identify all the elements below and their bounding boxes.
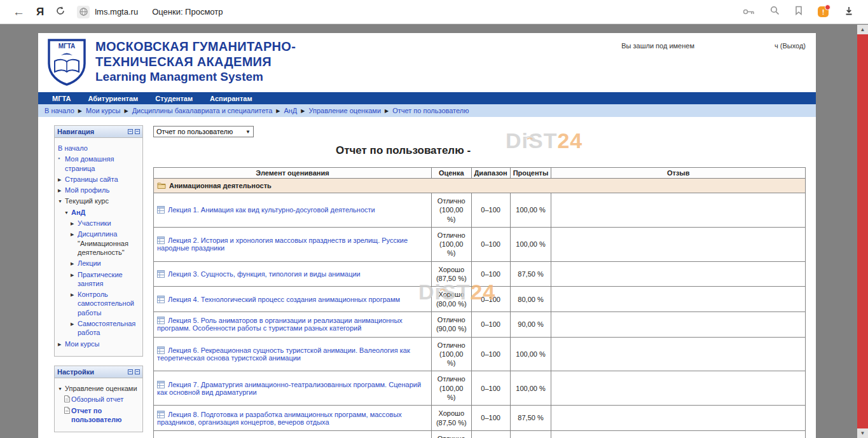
navigation-item[interactable]: ▶Страницы сайта	[58, 175, 141, 184]
grade-item-link[interactable]: Лекция 4. Технологический процесс создан…	[168, 296, 400, 303]
item-name-cell: Лекция 8. Подготовка и разработка анимац…	[154, 406, 432, 431]
academy-logo[interactable]: МГТА	[47, 38, 86, 89]
breadcrumb-separator-icon: ▶	[124, 108, 128, 114]
grade-item-row: Лекция 5. Роль аниматоров в организации …	[154, 311, 806, 337]
tree-collapsed-icon[interactable]: ▶	[71, 259, 78, 268]
grade-item-link[interactable]: Лекция 8. Подготовка и разработка анимац…	[157, 411, 402, 426]
tree-collapsed-icon[interactable]: ▶	[58, 339, 65, 348]
navigation-item[interactable]: ▶Лекции	[58, 259, 141, 268]
percent-cell: 100,00 %	[510, 227, 551, 261]
range-cell: 0–100	[471, 261, 510, 287]
item-name-cell: Лекция 3. Сущность, функция, типология и…	[154, 261, 432, 287]
grade-cell: Отлично(100,00 %)	[432, 193, 472, 228]
navigation-block-header: Навигация	[55, 126, 142, 138]
grade-item-link[interactable]: Лекция 6. Рекреационная сущность туристс…	[157, 346, 410, 362]
settings-item-label: Обзорный отчет	[71, 395, 141, 404]
scroll-up-button[interactable]: ▲	[857, 25, 868, 34]
feedback-cell	[551, 227, 806, 261]
breadcrumb-link[interactable]: Управление оценками	[308, 107, 381, 114]
top-nav-item[interactable]: МГТА	[52, 95, 71, 102]
settings-tree: ▼Управление оценкамиОбзорный отчетОтчет …	[55, 378, 142, 432]
breadcrumb-separator-icon: ▶	[385, 108, 389, 114]
item-name-cell: Лекция 5. Роль аниматоров в организации …	[154, 311, 432, 337]
settings-item[interactable]: Отчет по пользователю	[58, 406, 141, 425]
settings-item[interactable]: Обзорный отчет	[58, 395, 141, 404]
range-cell: 0–100	[471, 337, 510, 371]
grade-cell: Хорошо(80,00 %)	[432, 287, 472, 312]
scroll-down-button[interactable]: ▼	[857, 428, 868, 438]
tree-expanded-icon[interactable]: ▼	[64, 208, 71, 217]
tree-collapsed-icon[interactable]: ▶	[71, 270, 78, 289]
back-button[interactable]: ←	[13, 5, 25, 19]
navigation-item[interactable]: ▶Участники	[58, 219, 141, 228]
breadcrumb-link[interactable]: В начало	[45, 107, 74, 114]
settings-item[interactable]: ▼Управление оценками	[58, 384, 141, 393]
top-nav-item[interactable]: Аспирантам	[210, 95, 252, 102]
grade-cell: Отлично(100,00 %)	[432, 227, 472, 261]
screen: ← Я lms.mgta.ru Оценки: Просмотр !	[0, 0, 868, 438]
range-cell: 0–100	[471, 430, 510, 438]
grade-item-link[interactable]: Лекция 3. Сущность, функция, типология и…	[168, 270, 361, 278]
grade-item-link[interactable]: Лекция 5. Роль аниматоров в организации …	[157, 317, 403, 332]
category-row: Анимационная деятельность	[154, 179, 806, 193]
item-name-cell: Лекция 1. Анимация как вид культурно-дос…	[154, 193, 432, 228]
tree-collapsed-icon[interactable]: ▶	[71, 319, 78, 338]
yandex-browser-icon[interactable]: Я	[36, 6, 44, 18]
navigation-item[interactable]: ▼Текущий курс	[58, 196, 141, 205]
key-icon[interactable]	[743, 6, 755, 18]
navigation-item[interactable]: В начало	[58, 144, 141, 153]
logged-in-label: Вы зашли под именем	[621, 42, 694, 50]
navigation-block-title: Навигация	[57, 128, 94, 135]
navigation-item[interactable]: ▶Практические занятия	[58, 270, 141, 289]
navigation-item[interactable]: ▶Дисциплина "Анимационная деятельность"	[58, 229, 141, 257]
tree-collapsed-icon[interactable]: ▶	[71, 219, 78, 228]
percent-cell: 80,00 %	[510, 287, 551, 312]
top-nav-item[interactable]: Студентам	[155, 95, 193, 102]
bookmark-icon[interactable]	[795, 6, 803, 18]
navigation-item[interactable]: ▼АнД	[58, 208, 141, 217]
top-nav-item[interactable]: Абитуриентам	[88, 95, 138, 102]
navigation-item-label: Текущий курс	[65, 196, 141, 205]
tree-collapsed-icon[interactable]: ▶	[71, 290, 78, 317]
site-header: МГТА МОСКОВСКАЯ ГУМАНИТАРНО- ТЕХНИЧЕСКАЯ…	[38, 33, 816, 92]
navigation-item[interactable]: ▶Мой профиль	[58, 186, 141, 195]
report-type-select[interactable]: Отчет по пользователю ▼	[153, 126, 254, 137]
navigation-item[interactable]: ▪Моя домашняя страница	[58, 154, 141, 173]
navigation-item[interactable]: ▶Самостоятельная работа	[58, 319, 141, 338]
breadcrumb-link[interactable]: Дисциплины бакалавриата и специалитета	[132, 107, 273, 114]
address-bar[interactable]: lms.mgta.ru Оценки: Просмотр	[77, 6, 223, 18]
lms-page: МГТА МОСКОВСКАЯ ГУМАНИТАРНО- ТЕХНИЧЕСКАЯ…	[38, 33, 816, 438]
block-dock-icon[interactable]	[135, 369, 140, 374]
tree-collapsed-icon[interactable]: ▶	[58, 186, 65, 195]
breadcrumb-link[interactable]: Мои курсы	[86, 107, 120, 114]
grade-item-row: Лекция 6. Рекреационная сущность туристс…	[154, 337, 806, 371]
breadcrumb-link[interactable]: Отчет по пользователю	[392, 107, 469, 114]
navigation-item-label: Лекции	[78, 259, 141, 268]
academy-title-line2: ТЕХНИЧЕСКАЯ АКАДЕМИЯ	[95, 54, 816, 69]
search-icon[interactable]	[770, 6, 780, 18]
lesson-icon	[157, 236, 165, 244]
grade-item-link[interactable]: Лекция 2. История и хронология массовых …	[157, 236, 408, 252]
navigation-item[interactable]: ▶Мои курсы	[58, 339, 141, 348]
tree-collapsed-icon[interactable]: ▶	[71, 229, 78, 257]
url-text[interactable]: lms.mgta.ru	[95, 7, 138, 17]
tree-collapsed-icon[interactable]: ▶	[58, 175, 65, 184]
vertical-scrollbar[interactable]: ▲ ▼	[857, 25, 868, 438]
site-icon	[77, 6, 90, 18]
grade-item-link[interactable]: Лекция 7. Драматургия анимационно-театра…	[157, 381, 421, 396]
tree-expanded-icon[interactable]: ▼	[58, 196, 65, 205]
grade-item-row: Лекция 7. Драматургия анимационно-театра…	[154, 371, 806, 406]
block-dock-icon[interactable]	[135, 129, 140, 134]
breadcrumb-link[interactable]: АнД	[284, 107, 297, 114]
logout-link[interactable]: ч (Выход)	[775, 42, 806, 50]
refresh-icon[interactable]	[55, 6, 65, 18]
navigation-item[interactable]: ▶Контроль самостоятельной работы	[58, 290, 141, 317]
tree-expanded-icon[interactable]: ▼	[58, 384, 65, 393]
download-icon[interactable]	[844, 6, 854, 18]
notifications-icon[interactable]: !	[818, 6, 829, 17]
block-collapse-icon[interactable]	[128, 129, 133, 134]
grade-item-link[interactable]: Лекция 1. Анимация как вид культурно-дос…	[168, 206, 375, 214]
block-collapse-icon[interactable]	[128, 369, 133, 374]
range-cell: 0–100	[471, 287, 510, 312]
navigation-item-label: Мой профиль	[65, 186, 141, 195]
